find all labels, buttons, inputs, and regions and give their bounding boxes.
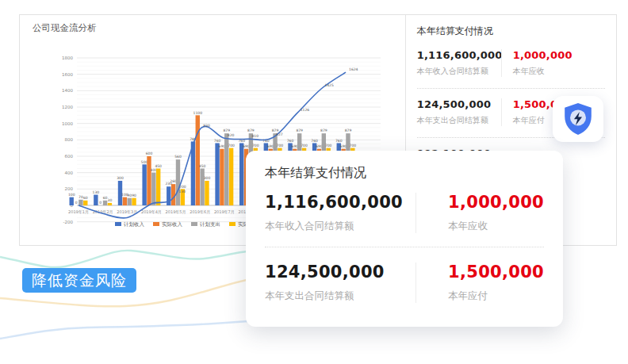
svg-text:450: 450: [199, 164, 206, 168]
panel-cell: 1,000,000 本年应收: [501, 49, 572, 77]
svg-text:1200: 1200: [62, 105, 73, 109]
popup-row-expense: 124,500,000 本年支出合同结算额 1,500,000 本年应付: [265, 262, 544, 303]
popup-receivable-value: 1,000,000: [448, 193, 544, 212]
svg-text:1624: 1624: [349, 67, 358, 71]
chart-legend: 计划收入实际收入计划支出实际支出: [115, 221, 258, 228]
svg-text:700: 700: [228, 144, 235, 148]
svg-text:400: 400: [151, 168, 158, 172]
popup-expense-settled-value: 124,500,000: [265, 262, 415, 282]
popup-income-settled-value: 1,116,600,000: [265, 193, 415, 212]
svg-text:实际收入: 实际收入: [162, 221, 183, 228]
svg-text:879: 879: [223, 128, 230, 132]
svg-text:90: 90: [132, 193, 136, 197]
svg-text:690: 690: [219, 144, 226, 148]
svg-text:1000: 1000: [62, 121, 73, 126]
svg-text:2019年6月: 2019年6月: [190, 209, 210, 215]
svg-text:130: 130: [179, 190, 186, 193]
panel-title: 本年结算支付情况: [417, 25, 605, 38]
svg-text:690: 690: [340, 144, 347, 148]
svg-text:700: 700: [277, 144, 284, 148]
svg-text:690: 690: [316, 144, 323, 148]
svg-text:820: 820: [228, 133, 235, 137]
svg-text:690: 690: [267, 144, 274, 148]
svg-text:760: 760: [287, 139, 294, 143]
panel-cell: 124,500,000 本年支出合同结算额: [417, 98, 501, 126]
reduce-risk-badge[interactable]: 降低资金风险: [22, 268, 136, 293]
svg-text:600: 600: [146, 151, 153, 155]
svg-text:760: 760: [214, 139, 221, 143]
svg-text:30: 30: [108, 198, 113, 202]
svg-text:827: 827: [276, 132, 283, 136]
svg-text:700: 700: [301, 144, 308, 148]
svg-text:2019年4月: 2019年4月: [141, 209, 162, 215]
svg-text:2019年1月: 2019年1月: [68, 209, 89, 215]
popup-cell: 1,500,000 本年应付: [415, 262, 544, 303]
svg-text:500: 500: [141, 160, 148, 164]
svg-text:1600: 1600: [62, 72, 73, 77]
dashboard-page: 公司现金流分析 18001600140012001000800600400200…: [0, 0, 628, 364]
svg-text:760: 760: [335, 139, 343, 143]
svg-text:300: 300: [204, 176, 211, 180]
svg-text:130: 130: [93, 190, 100, 194]
svg-text:200: 200: [65, 186, 74, 191]
svg-text:879: 879: [345, 128, 352, 132]
svg-text:1400: 1400: [62, 88, 73, 93]
svg-text:760: 760: [311, 139, 318, 143]
svg-text:560: 560: [174, 155, 182, 159]
popup-expense-settled-label: 本年支出合同结算额: [265, 289, 415, 303]
popup-payable-value: 1,500,000: [448, 262, 544, 282]
svg-text:700: 700: [325, 144, 332, 148]
svg-text:260: 260: [170, 179, 177, 183]
svg-text:-200: -200: [63, 220, 74, 224]
svg-text:810: 810: [251, 134, 258, 138]
divider: [265, 247, 544, 247]
popup-title: 本年结算支付情况: [265, 165, 544, 182]
svg-text:400: 400: [65, 171, 74, 175]
settlement-popup: 本年结算支付情况 1,116,600,000 本年收入合同结算额 1,000,0…: [246, 151, 563, 327]
receivable-value: 1,000,000: [513, 49, 572, 61]
svg-text:1100: 1100: [193, 111, 203, 115]
svg-text:879: 879: [296, 128, 303, 132]
svg-text:879: 879: [320, 128, 327, 132]
popup-payable-label: 本年应付: [448, 289, 544, 303]
svg-text:1425: 1425: [324, 83, 334, 87]
security-shortcut-card[interactable]: [553, 96, 603, 142]
svg-text:800: 800: [65, 137, 74, 142]
svg-text:690: 690: [292, 144, 299, 148]
svg-text:0: 0: [99, 201, 101, 205]
receivable-label: 本年应收: [513, 66, 572, 77]
popup-cell: 1,000,000 本年应收: [415, 193, 544, 233]
divider: [417, 88, 605, 89]
svg-text:计划支出: 计划支出: [200, 221, 220, 228]
shield-lightning-icon: [563, 102, 593, 136]
svg-text:930: 930: [203, 124, 210, 128]
popup-receivable-label: 本年应收: [448, 220, 544, 233]
income-settled-label: 本年收入合同结算额: [417, 66, 501, 77]
expense-settled-value: 124,500,000: [417, 98, 501, 110]
svg-text:1126: 1126: [301, 108, 310, 112]
expense-settled-label: 本年支出合同结算额: [417, 115, 501, 126]
svg-text:0: 0: [75, 201, 78, 205]
svg-text:700: 700: [350, 144, 357, 148]
popup-income-settled-label: 本年收入合同结算额: [265, 220, 415, 233]
svg-text:450: 450: [155, 164, 162, 168]
income-settled-value: 1,116,600,000: [417, 49, 501, 61]
svg-text:700: 700: [252, 144, 259, 148]
svg-text:690: 690: [243, 144, 250, 148]
panel-cell: 1,116,600,000 本年收入合同结算额: [417, 49, 501, 77]
popup-cell: 124,500,000 本年支出合同结算额: [265, 262, 415, 303]
svg-text:600: 600: [65, 154, 74, 159]
svg-text:100: 100: [68, 193, 75, 197]
svg-text:300: 300: [117, 176, 124, 180]
panel-row-income: 1,116,600,000 本年收入合同结算额 1,000,000 本年应收: [417, 46, 605, 85]
svg-text:60: 60: [83, 196, 88, 200]
svg-text:1800: 1800: [62, 56, 73, 60]
svg-text:2019年5月: 2019年5月: [166, 209, 186, 215]
svg-text:计划收入: 计划收入: [124, 221, 145, 228]
popup-row-income: 1,116,600,000 本年收入合同结算额 1,000,000 本年应收: [265, 193, 544, 233]
popup-cell: 1,116,600,000 本年收入合同结算额: [265, 193, 415, 233]
svg-text:2019年7月: 2019年7月: [214, 209, 235, 215]
svg-text:879: 879: [247, 128, 255, 132]
